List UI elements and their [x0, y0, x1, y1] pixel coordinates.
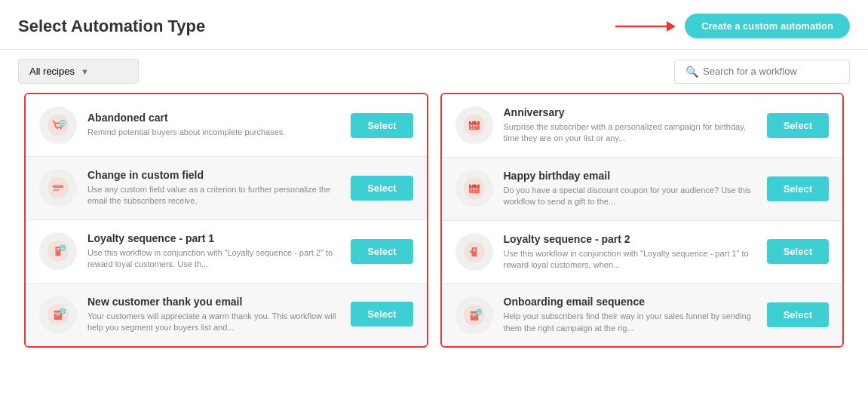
select-button[interactable]: Select: [767, 302, 829, 327]
svg-point-4: [60, 127, 61, 129]
recipes-dropdown[interactable]: All recipes ▼: [18, 59, 139, 84]
search-box: 🔍: [674, 60, 850, 84]
svg-rect-32: [470, 125, 471, 127]
field-icon: [39, 169, 77, 207]
page-header: Select Automation Type Create a custom a…: [0, 0, 868, 50]
list-item: Onboarding email sequence Help your subs…: [442, 284, 843, 346]
item-text: Anniversary Surprise the subscriber with…: [504, 106, 756, 145]
svg-rect-49: [473, 249, 476, 250]
item-title: Abandoned cart: [87, 112, 340, 124]
item-description: Surprise the subscriber with a personali…: [504, 121, 756, 145]
svg-rect-44: [475, 189, 477, 190]
list-item: Anniversary Surprise the subscriber with…: [442, 94, 843, 158]
left-column: Abandoned cart Remind potential buyers a…: [24, 93, 428, 348]
list-item: Loyalty sequence - part 2 Use this workf…: [442, 221, 843, 284]
select-button[interactable]: Select: [351, 239, 413, 264]
item-text: Abandoned cart Remind potential buyers a…: [87, 112, 340, 138]
item-description: Use this workflow in conjunction with "L…: [87, 247, 340, 271]
loyalty-icon: [39, 232, 77, 270]
header-actions: Create a custom automation: [615, 14, 850, 38]
toolbar: All recipes ▼ 🔍: [0, 50, 868, 93]
item-title: Happy birthday email: [504, 170, 756, 182]
select-button[interactable]: Select: [767, 239, 829, 264]
svg-rect-45: [470, 192, 471, 192]
select-button[interactable]: Select: [351, 302, 413, 327]
svg-marker-1: [667, 21, 676, 32]
svg-rect-39: [469, 185, 480, 188]
chevron-down-icon: ▼: [81, 67, 89, 76]
red-arrow-icon: [615, 17, 676, 35]
calendar-icon: [455, 106, 493, 144]
item-title: Loyalty sequence - part 1: [87, 232, 340, 244]
dropdown-label: All recipes: [29, 66, 75, 77]
item-text: Happy birthday email Do you have a speci…: [504, 170, 756, 208]
svg-rect-46: [473, 192, 474, 192]
svg-rect-2: [48, 115, 69, 136]
search-icon: 🔍: [686, 66, 698, 78]
svg-rect-34: [475, 125, 477, 127]
list-item: Happy birthday email Do you have a speci…: [442, 158, 843, 221]
svg-rect-35: [470, 128, 471, 129]
svg-rect-42: [470, 189, 471, 190]
cart-icon: [39, 106, 77, 144]
page-title: Select Automation Type: [18, 17, 205, 36]
list-item: Change in custom field Use any custom fi…: [26, 157, 427, 220]
item-text: New customer thank you email Your custom…: [87, 296, 340, 334]
svg-rect-33: [473, 125, 474, 127]
list-item: New customer thank you email Your custom…: [26, 284, 427, 346]
calendar2-icon: [455, 170, 493, 207]
item-text: Loyalty sequence - part 1 Use this workf…: [87, 232, 340, 271]
svg-rect-15: [57, 250, 60, 250]
item-title: Anniversary: [504, 106, 756, 118]
list-item: Abandoned cart Remind potential buyers a…: [26, 94, 427, 157]
svg-rect-50: [473, 250, 476, 251]
select-button[interactable]: Select: [767, 113, 829, 138]
svg-rect-29: [469, 121, 480, 124]
item-description: Do you have a special discount coupon fo…: [504, 185, 756, 208]
item-description: Your customers will appreciate a warm th…: [87, 311, 340, 334]
main-content: Abandoned cart Remind potential buyers a…: [0, 93, 868, 366]
item-title: Change in custom field: [87, 169, 340, 181]
item-description: Use any custom field value as a criterio…: [87, 184, 340, 207]
item-description: Use this workflow in conjunction with "L…: [504, 248, 756, 271]
svg-rect-10: [53, 189, 60, 192]
item-text: Loyalty sequence - part 2 Use this workf…: [504, 233, 756, 271]
list-item: Loyalty sequence - part 1 Use this workf…: [26, 220, 427, 284]
item-title: New customer thank you email: [87, 296, 340, 308]
item-description: Remind potential buyers about incomplete…: [87, 127, 340, 138]
email-plus2-icon: [455, 296, 493, 334]
svg-rect-14: [57, 248, 60, 250]
svg-rect-36: [473, 128, 474, 129]
search-input[interactable]: [703, 66, 839, 77]
select-button[interactable]: Select: [351, 176, 413, 201]
item-title: Onboarding email sequence: [504, 296, 756, 308]
item-description: Help your subscribers find their way in …: [504, 311, 756, 334]
item-title: Loyalty sequence - part 2: [504, 233, 756, 245]
email-plus-icon: [39, 296, 77, 333]
item-text: Onboarding email sequence Help your subs…: [504, 296, 756, 334]
svg-rect-43: [473, 189, 474, 190]
loyalty2-icon: [455, 233, 493, 271]
right-column: Anniversary Surprise the subscriber with…: [440, 93, 845, 348]
create-custom-automation-button[interactable]: Create a custom automation: [685, 14, 850, 38]
item-text: Change in custom field Use any custom fi…: [87, 169, 340, 207]
select-button[interactable]: Select: [767, 176, 829, 201]
svg-point-3: [57, 127, 58, 129]
select-button[interactable]: Select: [351, 113, 413, 138]
